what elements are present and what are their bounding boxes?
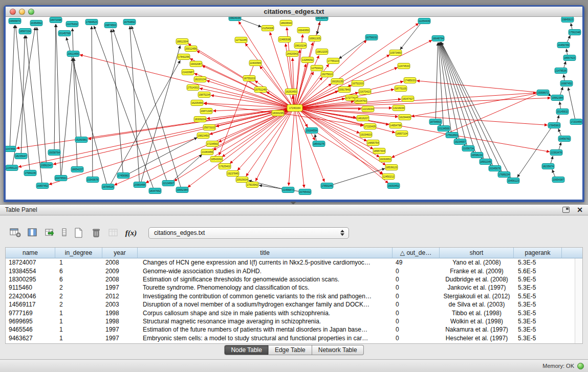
graph-edge[interactable]	[130, 26, 140, 182]
graph-node[interactable]: 19234657	[454, 139, 466, 145]
graph-edge[interactable]	[289, 111, 294, 186]
graph-node[interactable]: 18654237	[71, 167, 83, 172]
graph-node[interactable]: 22134567	[162, 181, 175, 186]
graph-node[interactable]: 16154409	[399, 115, 411, 120]
graph-edge[interactable]	[567, 49, 568, 55]
graph-edge[interactable]	[72, 28, 77, 166]
graph-node[interactable]: 19823450	[197, 133, 209, 139]
graph-node[interactable]: 19456123	[507, 178, 519, 184]
graph-node[interactable]: 15824036	[229, 17, 241, 21]
rename-table-icon[interactable]	[105, 225, 122, 241]
tab-edge-table[interactable]: Edge Table	[269, 345, 312, 355]
graph-node[interactable]: 18609540	[280, 20, 292, 26]
graph-node[interactable]: 19456782	[558, 136, 571, 142]
graph-edge[interactable]	[132, 26, 181, 187]
graph-edge[interactable]	[564, 61, 566, 68]
graph-edge[interactable]	[568, 87, 575, 119]
graph-node[interactable]: 21056734	[462, 146, 474, 151]
graph-edge[interactable]	[567, 35, 571, 42]
graph-edge[interactable]	[238, 21, 292, 105]
graph-node[interactable]: 16752203	[352, 81, 364, 86]
delete-table-icon[interactable]	[88, 225, 104, 241]
citation-network-graph[interactable]: 1724016418812304200124561784225619432087…	[6, 17, 582, 200]
graph-edge[interactable]	[339, 39, 367, 59]
graph-node[interactable]: 18309204	[194, 117, 206, 122]
graph-node[interactable]: 20765432	[299, 189, 311, 195]
graph-node[interactable]: 17584236	[24, 170, 36, 176]
graph-node[interactable]: 18755203	[243, 76, 255, 81]
graph-edge[interactable]	[557, 115, 559, 123]
graph-edge[interactable]	[37, 27, 46, 162]
graph-node[interactable]: 19154603	[360, 132, 372, 138]
graph-node[interactable]: 18220134	[194, 77, 206, 82]
graph-node[interactable]: 19610234	[294, 43, 307, 49]
graph-node[interactable]: 18539123	[385, 165, 398, 170]
table-scrollbar[interactable]	[575, 258, 582, 343]
graph-node[interactable]: 19562384	[551, 95, 563, 101]
graph-node[interactable]: 19184554	[306, 128, 318, 134]
graph-node[interactable]: 18300295	[272, 111, 284, 116]
graph-edge[interactable]	[26, 35, 41, 183]
graph-node[interactable]: 16754892	[123, 19, 136, 25]
graph-edge[interactable]	[563, 74, 564, 80]
graph-node[interactable]: 20012456	[185, 46, 197, 52]
network-canvas[interactable]: 1724016418812304200124561784225619432087…	[6, 17, 582, 200]
graph-edge[interactable]	[552, 169, 555, 177]
graph-node[interactable]: 18567423	[563, 55, 576, 61]
graph-node[interactable]: 17456982	[117, 173, 129, 179]
graph-node[interactable]: 25673102	[203, 125, 215, 130]
graph-edge[interactable]	[332, 168, 385, 185]
graph-node[interactable]: 16961305	[309, 36, 321, 41]
graph-node[interactable]: 16640950	[297, 28, 310, 33]
graph-node[interactable]: 20134569	[438, 126, 450, 132]
graph-node[interactable]: 18130476	[316, 17, 328, 21]
graph-node[interactable]: 17220435	[364, 124, 376, 129]
graph-node[interactable]: 17893245	[321, 183, 333, 189]
graph-node[interactable]: 21420987	[182, 70, 194, 75]
graph-edge[interactable]	[560, 87, 563, 95]
graph-node[interactable]: 21254308	[262, 26, 274, 31]
graph-node[interactable]: 16263450	[285, 89, 297, 95]
graph-node[interactable]: 20145768	[58, 31, 71, 36]
graph-edge[interactable]	[94, 26, 154, 188]
graph-node[interactable]: 17845963	[548, 123, 560, 128]
graph-node[interactable]: 21670423	[359, 89, 371, 95]
graph-node[interactable]: 16987452	[560, 81, 573, 86]
graph-node[interactable]: 17625402	[219, 164, 231, 169]
graph-node[interactable]: 17562893	[446, 133, 458, 138]
graph-node[interactable]: 16093652	[379, 157, 391, 162]
graph-node[interactable]: 20915634	[236, 177, 248, 183]
graph-node[interactable]: 21456873	[282, 187, 294, 193]
graph-edge[interactable]	[206, 80, 290, 107]
graph-node[interactable]: 18957304	[373, 148, 385, 154]
graph-node[interactable]: 12216034	[362, 106, 374, 112]
graph-edge[interactable]	[92, 26, 93, 177]
graph-node[interactable]: 20456789	[557, 42, 570, 48]
graph-node[interactable]: 17755103	[327, 58, 339, 64]
column-header-pagerank[interactable]: pagerank	[514, 248, 562, 258]
graph-node[interactable]: 12254439	[418, 18, 430, 24]
graph-node[interactable]: 18235647	[15, 154, 27, 159]
graph-node[interactable]: 16598234	[471, 152, 483, 158]
graph-node[interactable]: 17485033	[404, 78, 416, 83]
graph-node[interactable]: 21478536	[555, 68, 567, 74]
graph-node[interactable]: 10973483	[389, 50, 402, 56]
graph-node[interactable]: 20345678	[489, 166, 501, 171]
graph-node[interactable]: 18347652	[149, 188, 161, 194]
table-row[interactable]: 2242004622012Investigating the contribut…	[6, 292, 582, 300]
table-settings-icon[interactable]	[7, 225, 24, 241]
graph-node[interactable]: 12732245	[235, 37, 247, 43]
graph-node[interactable]: 19058764	[48, 150, 60, 156]
graph-node[interactable]: 18235674	[542, 164, 554, 169]
table-row[interactable]: 1938455462009Genome-wide association stu…	[6, 267, 582, 275]
graph-node[interactable]: 22480938	[278, 37, 291, 42]
graph-node[interactable]: 24420943	[286, 51, 298, 57]
graph-edge[interactable]	[61, 58, 73, 175]
graph-node[interactable]: 19813205	[316, 49, 328, 55]
graph-node[interactable]: 16026135	[331, 79, 343, 84]
graph-node[interactable]: 12753412	[311, 65, 323, 71]
graph-edge[interactable]	[299, 110, 388, 183]
graph-node[interactable]: 17842256	[178, 54, 190, 60]
graph-node[interactable]: 20354562	[30, 20, 42, 26]
graph-node[interactable]: 20654387	[552, 177, 564, 183]
